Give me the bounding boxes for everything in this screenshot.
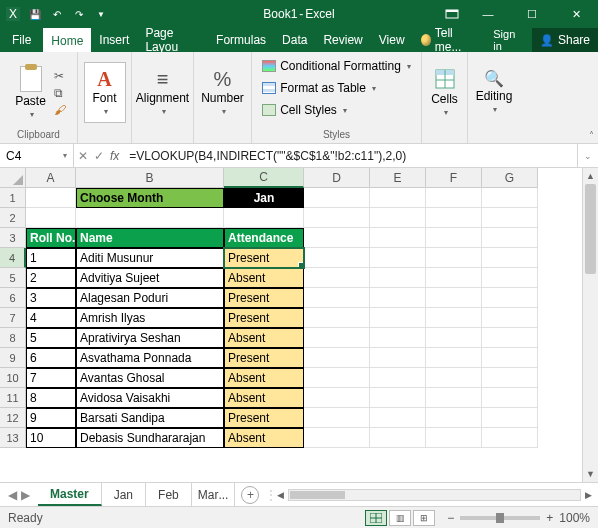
- tab-view[interactable]: View: [371, 28, 413, 52]
- month-value[interactable]: Jan: [224, 188, 304, 208]
- name-box[interactable]: C4▾: [0, 144, 74, 167]
- tab-home[interactable]: Home: [43, 28, 91, 52]
- cell[interactable]: [304, 188, 370, 208]
- cell[interactable]: [426, 208, 482, 228]
- col-head-G[interactable]: G: [482, 168, 538, 188]
- row-head-10[interactable]: 10: [0, 368, 26, 388]
- sheet-tab-jan[interactable]: Jan: [102, 483, 146, 506]
- cell[interactable]: [426, 408, 482, 428]
- undo-icon[interactable]: ↶: [48, 5, 66, 23]
- cell[interactable]: [482, 328, 538, 348]
- row-head-7[interactable]: 7: [0, 308, 26, 328]
- cell[interactable]: [76, 208, 224, 228]
- cell-name[interactable]: Asvathama Ponnada: [76, 348, 224, 368]
- cell[interactable]: [482, 288, 538, 308]
- cell-styles[interactable]: Cell Styles▾: [262, 100, 411, 120]
- col-head-D[interactable]: D: [304, 168, 370, 188]
- new-sheet-button[interactable]: +: [241, 486, 259, 504]
- scroll-left-icon[interactable]: ◀: [275, 490, 286, 500]
- cell[interactable]: [370, 388, 426, 408]
- sign-in[interactable]: Sign in: [483, 28, 532, 52]
- zoom-in[interactable]: +: [546, 511, 553, 525]
- cell-name[interactable]: Avidosa Vaisakhi: [76, 388, 224, 408]
- cell[interactable]: [304, 428, 370, 448]
- row-head-5[interactable]: 5: [0, 268, 26, 288]
- conditional-formatting[interactable]: Conditional Formatting▾: [262, 56, 411, 76]
- sheet-tab-mar[interactable]: Mar ...: [192, 483, 236, 506]
- cell-roll[interactable]: 7: [26, 368, 76, 388]
- font-button[interactable]: A Font▾: [84, 62, 126, 123]
- close-button[interactable]: ✕: [554, 0, 598, 28]
- cell[interactable]: [304, 228, 370, 248]
- cell[interactable]: [370, 308, 426, 328]
- cell[interactable]: [482, 308, 538, 328]
- th-roll[interactable]: Roll No.: [26, 228, 76, 248]
- cell[interactable]: [426, 388, 482, 408]
- select-all-corner[interactable]: [0, 168, 26, 188]
- cell[interactable]: [304, 368, 370, 388]
- th-attendance[interactable]: Attendance: [224, 228, 304, 248]
- share-button[interactable]: 👤Share: [532, 28, 598, 52]
- sheet-tab-feb[interactable]: Feb: [146, 483, 192, 506]
- tab-file[interactable]: File: [0, 28, 43, 52]
- cell[interactable]: [370, 188, 426, 208]
- zoom-slider[interactable]: [460, 516, 540, 520]
- cell[interactable]: [426, 308, 482, 328]
- cell[interactable]: [370, 428, 426, 448]
- cell[interactable]: [370, 408, 426, 428]
- cell-attendance[interactable]: Absent: [224, 328, 304, 348]
- scroll-thumb[interactable]: [585, 184, 596, 274]
- cell-A1[interactable]: [26, 188, 76, 208]
- cell[interactable]: [482, 348, 538, 368]
- cell-attendance[interactable]: Absent: [224, 268, 304, 288]
- cell-name[interactable]: Aprativirya Seshan: [76, 328, 224, 348]
- cell-attendance[interactable]: Present: [224, 308, 304, 328]
- cell[interactable]: [304, 388, 370, 408]
- cell[interactable]: [426, 428, 482, 448]
- row-head-12[interactable]: 12: [0, 408, 26, 428]
- cell[interactable]: [482, 268, 538, 288]
- maximize-button[interactable]: ☐: [510, 0, 554, 28]
- scroll-right-icon[interactable]: ▶: [583, 490, 594, 500]
- cell[interactable]: [370, 228, 426, 248]
- hscroll-thumb[interactable]: [290, 491, 345, 499]
- cell-attendance[interactable]: Absent: [224, 388, 304, 408]
- tab-formulas[interactable]: Formulas: [208, 28, 274, 52]
- cell[interactable]: [304, 288, 370, 308]
- cell-name[interactable]: Avantas Ghosal: [76, 368, 224, 388]
- cell[interactable]: [426, 328, 482, 348]
- cell-roll[interactable]: 3: [26, 288, 76, 308]
- col-head-F[interactable]: F: [426, 168, 482, 188]
- tab-page-layout[interactable]: Page Layou: [137, 28, 208, 52]
- row-head-13[interactable]: 13: [0, 428, 26, 448]
- cell[interactable]: [304, 208, 370, 228]
- row-head-3[interactable]: 3: [0, 228, 26, 248]
- cell-roll[interactable]: 8: [26, 388, 76, 408]
- cell[interactable]: [426, 228, 482, 248]
- format-painter-icon[interactable]: 🖌: [54, 103, 66, 117]
- cell[interactable]: [26, 208, 76, 228]
- cell[interactable]: [426, 368, 482, 388]
- row-head-1[interactable]: 1: [0, 188, 26, 208]
- cell-roll[interactable]: 6: [26, 348, 76, 368]
- cell-attendance[interactable]: Present: [224, 348, 304, 368]
- cell-roll[interactable]: 5: [26, 328, 76, 348]
- cell[interactable]: [370, 348, 426, 368]
- enter-formula-icon[interactable]: ✓: [94, 149, 104, 163]
- view-normal[interactable]: [365, 510, 387, 526]
- tab-data[interactable]: Data: [274, 28, 315, 52]
- col-head-E[interactable]: E: [370, 168, 426, 188]
- redo-icon[interactable]: ↷: [70, 5, 88, 23]
- cell-roll[interactable]: 4: [26, 308, 76, 328]
- worksheet-grid[interactable]: ABCDEFG 12345678910111213 Choose MonthJa…: [0, 168, 598, 482]
- row-head-2[interactable]: 2: [0, 208, 26, 228]
- zoom-out[interactable]: −: [447, 511, 454, 525]
- cell[interactable]: [426, 268, 482, 288]
- cell[interactable]: [482, 388, 538, 408]
- zoom-level[interactable]: 100%: [559, 511, 590, 525]
- save-icon[interactable]: 💾: [26, 5, 44, 23]
- cell[interactable]: [426, 188, 482, 208]
- cell-name[interactable]: Alagesan Poduri: [76, 288, 224, 308]
- cell-attendance[interactable]: Absent: [224, 428, 304, 448]
- cell-attendance[interactable]: Absent: [224, 368, 304, 388]
